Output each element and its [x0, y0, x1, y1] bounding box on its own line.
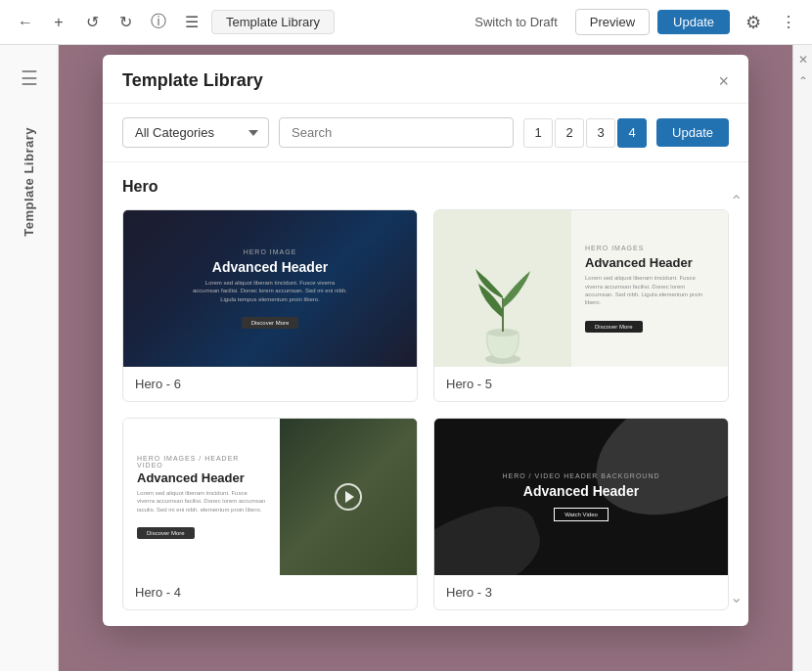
- hero-5-cta: Discover More: [585, 321, 643, 333]
- template-grid: HERO IMAGE Advanced Header Lorem sed ali…: [122, 209, 729, 610]
- category-select[interactable]: All Categories: [122, 117, 269, 148]
- hero-5-content: HERO IMAGES Advanced Header Lorem sed al…: [571, 225, 728, 352]
- hero-6-label: HERO IMAGE: [192, 248, 348, 255]
- template-card-hero-4[interactable]: HERO IMAGES / HEADER VIDEO Advanced Head…: [122, 418, 418, 610]
- right-strip-close-icon[interactable]: ✕: [798, 53, 808, 67]
- hero-4-label: HERO IMAGES / HEADER VIDEO: [137, 455, 266, 469]
- page-4-button[interactable]: 4: [617, 118, 647, 148]
- editor-area: ☰ Template Library Template Library × Al…: [0, 45, 812, 671]
- page-1-button[interactable]: 1: [523, 118, 553, 148]
- template-name-hero-5: Hero - 5: [434, 367, 728, 401]
- right-strip: ✕ ⌃: [792, 45, 812, 671]
- hero-4-cta: Discover More: [137, 527, 195, 539]
- hero-4-text: Lorem sed aliquot liberam tincidunt. Fus…: [137, 489, 266, 514]
- update-button-modal[interactable]: Update: [656, 118, 729, 147]
- hero-5-plant: [434, 210, 571, 367]
- scroll-up-arrow[interactable]: ⌃: [730, 192, 743, 210]
- scroll-down-arrow[interactable]: ⌄: [730, 588, 743, 606]
- settings-icon[interactable]: ⚙: [738, 7, 769, 38]
- active-tab-label: Template Library: [211, 10, 335, 34]
- hero-6-text: Lorem sed aliquot liberam tincidunt. Fus…: [192, 279, 348, 303]
- play-triangle: [345, 491, 354, 503]
- modal-body[interactable]: Hero HERO IMAGE Advanced Header Lorem se…: [103, 162, 748, 626]
- modal-toolbar: All Categories 1 2 3 4 Update: [103, 104, 748, 162]
- template-card-hero-3[interactable]: HERO / VIDEO HEADER BACKGROUND Advanced …: [433, 418, 729, 610]
- template-library-modal: Template Library × All Categories 1 2 3 …: [103, 55, 748, 626]
- template-name-hero-4: Hero - 4: [123, 575, 417, 609]
- template-name-hero-6: Hero - 6: [123, 367, 417, 401]
- page-2-button[interactable]: 2: [555, 118, 584, 148]
- hero-4-right: [280, 419, 417, 575]
- left-sidebar: ☰ Template Library: [0, 45, 59, 671]
- more-options-icon[interactable]: ⋮: [777, 11, 800, 34]
- top-bar-left: ← + ↺ ↻ ⓘ ☰ Template Library: [12, 9, 335, 36]
- switch-draft-button[interactable]: Switch to Draft: [465, 10, 567, 34]
- template-thumb-hero-4: HERO IMAGES / HEADER VIDEO Advanced Head…: [123, 419, 417, 575]
- back-button[interactable]: ←: [12, 9, 39, 36]
- template-thumb-hero-5: HERO IMAGES Advanced Header Lorem sed al…: [434, 210, 728, 367]
- page-3-button[interactable]: 3: [586, 118, 615, 148]
- update-button-top[interactable]: Update: [657, 10, 730, 34]
- hero-4-heading: Advanced Header: [137, 470, 266, 485]
- hero-5-heading: Advanced Header: [585, 255, 714, 270]
- hero-3-heading: Advanced Header: [502, 483, 659, 499]
- hero-3-label: HERO / VIDEO HEADER BACKGROUND: [502, 472, 659, 479]
- hero-4-left: HERO IMAGES / HEADER VIDEO Advanced Head…: [123, 439, 280, 555]
- canvas-area: Template Library × All Categories 1 2 3 …: [59, 45, 792, 671]
- section-title: Hero: [122, 178, 729, 196]
- add-button[interactable]: +: [45, 9, 72, 36]
- right-strip-up-arrow[interactable]: ⌃: [798, 74, 808, 88]
- hero-4-preview: HERO IMAGES / HEADER VIDEO Advanced Head…: [123, 419, 417, 575]
- menu-button[interactable]: ☰: [178, 9, 205, 36]
- search-input[interactable]: [279, 117, 514, 148]
- top-bar-right: Switch to Draft Preview Update ⚙ ⋮: [465, 7, 800, 38]
- hero-6-heading: Advanced Header: [192, 259, 348, 275]
- template-card-hero-5[interactable]: HERO IMAGES Advanced Header Lorem sed al…: [433, 209, 729, 402]
- hero-3-cta: Watch Video: [554, 508, 609, 521]
- sidebar-title: Template Library: [22, 127, 36, 237]
- modal-header: Template Library ×: [103, 55, 748, 104]
- hero-5-text: Lorem sed aliquot liberam tincidunt. Fus…: [585, 274, 714, 307]
- plant-illustration: [464, 249, 542, 367]
- sidebar-icon[interactable]: ☰: [12, 61, 47, 96]
- pagination: 1 2 3 4: [523, 118, 647, 148]
- template-name-hero-3: Hero - 3: [434, 575, 728, 609]
- template-thumb-hero-6: HERO IMAGE Advanced Header Lorem sed ali…: [123, 210, 417, 367]
- template-thumb-hero-3: HERO / VIDEO HEADER BACKGROUND Advanced …: [434, 419, 728, 575]
- template-card-hero-6[interactable]: HERO IMAGE Advanced Header Lorem sed ali…: [122, 209, 418, 402]
- hero-3-content: HERO / VIDEO HEADER BACKGROUND Advanced …: [502, 472, 659, 521]
- preview-button[interactable]: Preview: [575, 9, 650, 35]
- hero-3-preview: HERO / VIDEO HEADER BACKGROUND Advanced …: [434, 419, 728, 575]
- modal-overlay: Template Library × All Categories 1 2 3 …: [59, 45, 792, 671]
- hero-6-cta: Discover More: [242, 317, 299, 329]
- modal-title: Template Library: [122, 70, 263, 91]
- undo-button[interactable]: ↺: [78, 9, 106, 36]
- modal-close-button[interactable]: ×: [718, 72, 729, 90]
- hero-6-preview: HERO IMAGE Advanced Header Lorem sed ali…: [123, 210, 417, 367]
- hero-5-label: HERO IMAGES: [585, 245, 714, 251]
- redo-button[interactable]: ↻: [112, 9, 139, 36]
- hero-5-preview: HERO IMAGES Advanced Header Lorem sed al…: [434, 210, 728, 367]
- play-icon: [335, 483, 362, 511]
- info-button[interactable]: ⓘ: [145, 9, 172, 36]
- top-bar: ← + ↺ ↻ ⓘ ☰ Template Library Switch to D…: [0, 0, 812, 45]
